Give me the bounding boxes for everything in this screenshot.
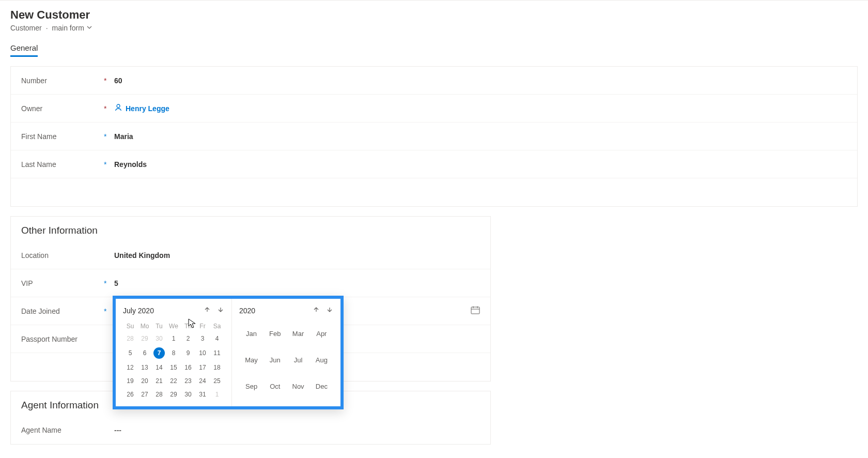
label-passport: Passport Number — [21, 335, 104, 343]
calendar-day[interactable]: 18 — [210, 361, 224, 374]
value-number[interactable]: 60 — [114, 77, 122, 85]
date-picker-grid: SuMoTuWeThFrSa 2829301234567891011121314… — [123, 320, 224, 401]
calendar-month[interactable]: Mar — [286, 320, 309, 347]
chevron-down-icon[interactable] — [86, 24, 92, 32]
calendar-day[interactable]: 8 — [166, 345, 181, 361]
calendar-day[interactable]: 7 — [152, 345, 166, 361]
label-vip: VIP — [21, 279, 104, 287]
calendar-day[interactable]: 12 — [123, 361, 137, 374]
section-general: Number * 60 Owner * Henry Legge First Na… — [10, 66, 858, 207]
tab-general[interactable]: General — [10, 43, 38, 57]
calendar-day[interactable]: 10 — [195, 345, 210, 361]
weekday-header: Fr — [195, 320, 210, 332]
calendar-month[interactable]: Aug — [310, 347, 333, 373]
arrow-down-icon[interactable] — [326, 306, 333, 315]
value-first-name[interactable]: Maria — [114, 132, 133, 141]
calendar-day[interactable]: 17 — [195, 361, 210, 374]
calendar-day[interactable]: 1 — [210, 388, 224, 401]
calendar-month[interactable]: Dec — [310, 373, 333, 400]
weekday-header: Su — [123, 320, 137, 332]
calendar-day[interactable]: 22 — [166, 374, 181, 388]
calendar-day[interactable]: 29 — [137, 332, 152, 345]
calendar-day[interactable]: 15 — [166, 361, 181, 374]
recommended-indicator: * — [104, 132, 114, 141]
recommended-indicator: * — [104, 160, 114, 169]
calendar-day[interactable]: 25 — [210, 374, 224, 388]
calendar-day[interactable]: 5 — [123, 345, 137, 361]
calendar-day[interactable]: 28 — [123, 332, 137, 345]
label-number: Number — [21, 77, 104, 85]
section-title-other: Other Information — [11, 217, 490, 241]
label-location: Location — [21, 251, 104, 259]
breadcrumb[interactable]: Customer · main form — [0, 22, 868, 32]
calendar-day[interactable]: 26 — [123, 388, 137, 401]
section-other-information: Other Information Location United Kingdo… — [10, 216, 491, 381]
value-vip[interactable]: 5 — [114, 279, 118, 287]
calendar-day[interactable]: 6 — [137, 345, 152, 361]
person-icon — [114, 103, 122, 113]
calendar-month[interactable]: Jul — [286, 347, 309, 373]
calendar-day[interactable]: 20 — [137, 374, 152, 388]
date-picker-year-title[interactable]: 2020 — [239, 307, 255, 315]
label-agent-name: Agent Name — [21, 426, 104, 434]
label-first-name: First Name — [21, 132, 104, 141]
calendar-icon[interactable] — [471, 306, 480, 316]
calendar-day[interactable]: 30 — [181, 388, 195, 401]
calendar-day[interactable]: 19 — [123, 374, 137, 388]
calendar-day[interactable]: 9 — [181, 345, 195, 361]
arrow-up-icon[interactable] — [204, 306, 211, 315]
calendar-day[interactable]: 16 — [181, 361, 195, 374]
calendar-month[interactable]: Nov — [286, 373, 309, 400]
calendar-day[interactable]: 4 — [210, 332, 224, 345]
calendar-day[interactable]: 27 — [137, 388, 152, 401]
row-location: Location United Kingdom — [11, 241, 490, 269]
row-number: Number * 60 — [11, 67, 857, 95]
weekday-header: Mo — [137, 320, 152, 332]
calendar-day[interactable]: 11 — [210, 345, 224, 361]
row-last-name: Last Name * Reynolds — [11, 150, 857, 178]
row-spacer — [11, 178, 857, 206]
value-location[interactable]: United Kingdom — [114, 251, 170, 259]
calendar-month[interactable]: Jan — [239, 320, 264, 347]
arrow-down-icon[interactable] — [217, 306, 224, 315]
calendar-month[interactable]: Feb — [264, 320, 286, 347]
date-picker-popup: July 2020 SuMoTuWeThFrSa 282930123456789… — [113, 296, 344, 409]
owner-name: Henry Legge — [126, 104, 169, 113]
label-date-joined: Date Joined — [21, 307, 104, 315]
calendar-day[interactable]: 14 — [152, 361, 166, 374]
recommended-indicator: * — [104, 279, 114, 287]
calendar-month[interactable]: May — [239, 347, 264, 373]
value-owner[interactable]: Henry Legge — [114, 103, 169, 113]
required-indicator: * — [104, 77, 114, 85]
page-title: New Customer — [0, 1, 868, 22]
calendar-day[interactable]: 28 — [152, 388, 166, 401]
weekday-header: Tu — [152, 320, 166, 332]
label-last-name: Last Name — [21, 160, 104, 169]
calendar-day[interactable]: 2 — [181, 332, 195, 345]
row-vip: VIP * 5 — [11, 269, 490, 297]
svg-rect-1 — [471, 307, 479, 314]
calendar-month[interactable]: Sep — [239, 373, 264, 400]
calendar-month[interactable]: Jun — [264, 347, 286, 373]
row-agent-name: Agent Name --- — [11, 416, 490, 444]
calendar-day[interactable]: 13 — [137, 361, 152, 374]
calendar-day[interactable]: 24 — [195, 374, 210, 388]
value-last-name[interactable]: Reynolds — [114, 160, 147, 169]
date-picker-days-panel: July 2020 SuMoTuWeThFrSa 282930123456789… — [116, 299, 232, 406]
row-owner: Owner * Henry Legge — [11, 95, 857, 123]
calendar-day[interactable]: 3 — [195, 332, 210, 345]
calendar-day[interactable]: 31 — [195, 388, 210, 401]
calendar-day[interactable]: 29 — [166, 388, 181, 401]
arrow-up-icon[interactable] — [313, 306, 320, 315]
breadcrumb-entity: Customer — [10, 24, 42, 32]
breadcrumb-form: main form — [52, 24, 84, 32]
breadcrumb-separator: · — [46, 24, 48, 32]
calendar-month[interactable]: Oct — [264, 373, 286, 400]
calendar-day[interactable]: 1 — [166, 332, 181, 345]
value-agent-name[interactable]: --- — [114, 426, 121, 434]
date-picker-month-title[interactable]: July 2020 — [123, 307, 154, 315]
calendar-month[interactable]: Apr — [310, 320, 333, 347]
calendar-day[interactable]: 23 — [181, 374, 195, 388]
calendar-day[interactable]: 30 — [152, 332, 166, 345]
calendar-day[interactable]: 21 — [152, 374, 166, 388]
